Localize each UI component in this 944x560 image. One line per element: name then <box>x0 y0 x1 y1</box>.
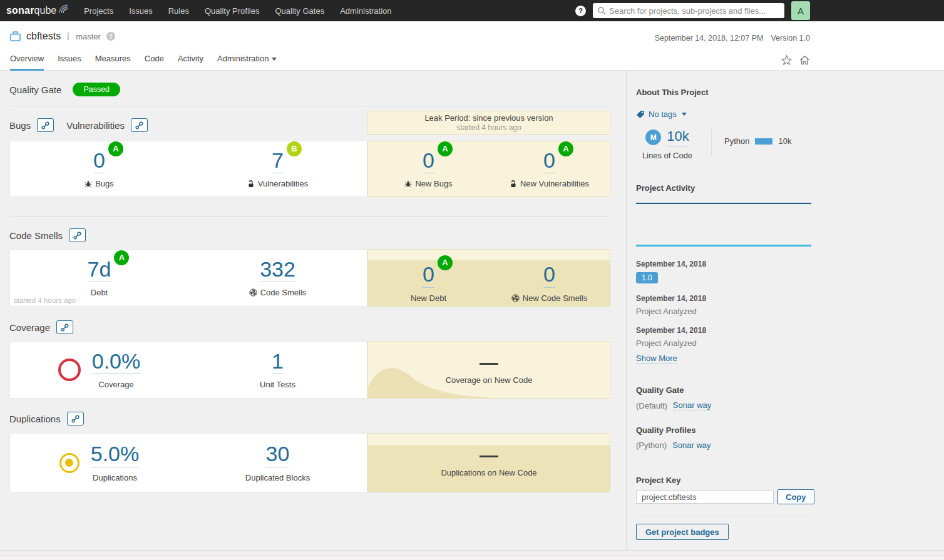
avatar[interactable]: A <box>791 1 810 20</box>
nav-quality-gates[interactable]: Quality Gates <box>275 6 324 16</box>
new-bugs-value[interactable]: 0 <box>423 150 434 174</box>
history-graph-icon <box>73 231 82 240</box>
sonarqube-logo[interactable]: sonarqube <box>6 5 69 16</box>
coverage-value[interactable]: 0.0% <box>92 350 141 375</box>
chevron-down-icon <box>272 58 277 61</box>
project-icon <box>10 31 21 41</box>
duplications-value[interactable]: 5.0% <box>91 443 140 467</box>
coverage-metric-group: 0.0% Coverage <box>10 350 188 390</box>
nav-rules[interactable]: Rules <box>168 6 189 16</box>
event-date: September 14, 2018 <box>636 294 706 303</box>
new-debt-label: New Debt <box>411 293 446 303</box>
quality-profile-link[interactable]: Sonar way <box>672 440 711 450</box>
metric-new-debt: 0 A New Debt <box>368 263 489 303</box>
branch-help-icon[interactable]: ? <box>106 32 115 41</box>
project-key-input[interactable] <box>636 490 774 504</box>
unit-tests-value[interactable]: 1 <box>272 350 284 375</box>
branch-name: master <box>76 32 101 41</box>
get-project-badges-button[interactable]: Get project badges <box>636 524 729 540</box>
tab-administration[interactable]: Administration <box>217 54 277 71</box>
search-input[interactable] <box>609 6 780 16</box>
debt-value[interactable]: 7d <box>88 258 111 283</box>
history-graph-icon <box>135 121 144 130</box>
size-rating-badge: M <box>645 130 661 145</box>
copy-button[interactable]: Copy <box>777 489 814 504</box>
bugs-value[interactable]: 0 <box>93 150 105 174</box>
vulnerabilities-history-button[interactable] <box>131 118 148 132</box>
new-code-smells-value[interactable]: 0 <box>543 263 555 288</box>
overview-main: Quality Gate Passed Bugs Vulnerabilities <box>0 71 626 550</box>
divider <box>9 106 610 106</box>
event-label: Project Analyzed <box>636 339 706 348</box>
language-loc: 10k <box>778 136 791 146</box>
metric-debt: 7d A Debt <box>10 258 188 298</box>
new-code-smells-label: New Code Smells <box>523 293 587 303</box>
nav-administration[interactable]: Administration <box>340 6 391 16</box>
help-icon[interactable]: ? <box>575 6 586 16</box>
coverage-leak-content: Coverage on New Code <box>368 363 610 385</box>
analysis-date: September 14, 2018, 12:07 PM <box>655 34 764 43</box>
coverage-history-button[interactable] <box>56 320 73 334</box>
project-sidebar: About This Project No tags M 10k Lines o… <box>626 71 944 550</box>
tags-dropdown[interactable]: No tags <box>636 109 687 119</box>
tab-administration-label: Administration <box>217 54 269 63</box>
tab-measures[interactable]: Measures <box>95 54 131 71</box>
duplicated-blocks-value[interactable]: 30 <box>266 443 290 467</box>
page-footer-edge <box>0 550 944 560</box>
bug-icon <box>85 180 92 188</box>
coverage-donut-icon <box>58 359 81 381</box>
star-icon[interactable] <box>781 55 792 65</box>
global-search <box>593 3 784 18</box>
quality-gate-row: Quality Gate Passed <box>9 83 120 96</box>
language-name: Python <box>724 136 749 146</box>
tab-code[interactable]: Code <box>145 54 164 71</box>
code-smells-history-button[interactable] <box>69 228 86 242</box>
duplications-history-button[interactable] <box>67 412 84 425</box>
nav-projects[interactable]: Projects <box>84 6 113 16</box>
sonarqube-dashboard: sonarqube Projects Issues Rules Quality … <box>0 0 944 560</box>
project-key-title: Project Key <box>636 476 681 485</box>
new-debt-value[interactable]: 0 <box>423 263 434 288</box>
sidebar-quality-gate-title: Quality Gate <box>636 385 684 395</box>
history-graph-icon <box>60 323 69 332</box>
duplications-metric-group: 5.0% Duplications <box>10 443 188 482</box>
duplications-section-header: Duplications <box>9 412 84 425</box>
code-smells-value[interactable]: 332 <box>260 258 295 283</box>
tab-activity[interactable]: Activity <box>178 54 203 71</box>
vulnerabilities-value[interactable]: 7 <box>272 150 284 174</box>
tab-issues[interactable]: Issues <box>58 54 81 71</box>
no-data-dash <box>480 456 498 457</box>
home-icon[interactable] <box>799 55 810 65</box>
bugs-rating-badge: A <box>108 141 123 156</box>
lines-of-code-value[interactable]: 10k <box>667 128 689 146</box>
show-more-link[interactable]: Show More <box>636 354 677 364</box>
code-smell-icon <box>249 288 257 297</box>
code-smells-section-title: Code Smells <box>9 230 63 241</box>
bugs-history-button[interactable] <box>37 118 54 132</box>
code-smells-leak-card: 0 A New Debt 0 <box>367 249 610 307</box>
duplications-leak-content: Duplications on New Code <box>368 456 610 477</box>
nav-issues[interactable]: Issues <box>129 6 153 16</box>
quality-profile-scope: (Python) <box>636 440 667 450</box>
leak-started-note: started 4 hours ago <box>14 297 76 304</box>
logo-text-bold: sonar <box>6 5 34 16</box>
version-badge: 1.0 <box>636 272 658 283</box>
coverage-section-header: Coverage <box>9 320 73 334</box>
duplications-section-title: Duplications <box>9 414 61 424</box>
quality-gate-link[interactable]: Sonar way <box>673 400 711 411</box>
language-bar <box>755 138 772 145</box>
quality-gate-title: Quality Gate <box>9 84 61 95</box>
logo-waves-icon <box>58 3 69 14</box>
nav-quality-profiles[interactable]: Quality Profiles <box>205 6 259 16</box>
code-smell-icon <box>511 294 520 302</box>
duplications-leak-label: Duplications on New Code <box>368 468 610 477</box>
branch-separator-icon <box>66 32 70 41</box>
project-activity-title: Project Activity <box>636 183 695 193</box>
new-vulnerabilities-value[interactable]: 0 <box>543 150 555 174</box>
debt-label: Debt <box>91 288 108 297</box>
tab-overview[interactable]: Overview <box>10 54 44 71</box>
quality-gate-scope: (Default) <box>636 401 667 410</box>
project-name[interactable]: cbftests <box>26 31 61 42</box>
bugs-vulns-card: 0 A Bugs 7 <box>9 141 367 197</box>
activity-event: September 14, 2018 Project Analyzed <box>636 294 706 316</box>
